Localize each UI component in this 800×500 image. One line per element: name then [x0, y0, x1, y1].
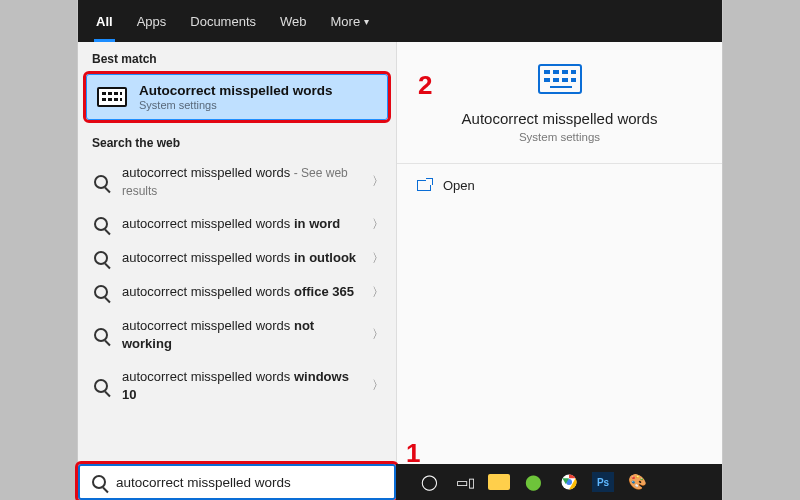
detail-subtitle: System settings	[519, 131, 600, 143]
best-match-subtitle: System settings	[139, 99, 333, 111]
chevron-right-icon: 〉	[372, 173, 384, 190]
chevron-right-icon: 〉	[372, 377, 384, 394]
tab-more[interactable]: More ▾	[331, 0, 370, 42]
search-box[interactable]	[78, 464, 396, 500]
tab-apps[interactable]: Apps	[137, 0, 167, 42]
search-icon	[92, 475, 106, 489]
bottom-row: ◯ ▭▯ ⬤ Ps 🎨	[78, 464, 722, 500]
search-icon	[94, 285, 108, 299]
taskbar: ◯ ▭▯ ⬤ Ps 🎨	[396, 464, 722, 500]
open-label: Open	[443, 178, 475, 193]
paint-icon[interactable]: 🎨	[624, 469, 650, 495]
tab-documents[interactable]: Documents	[190, 0, 256, 42]
chevron-right-icon: 〉	[372, 284, 384, 301]
web-result-text: autocorrect misspelled words not working	[122, 317, 360, 352]
section-best-match: Best match	[78, 42, 396, 72]
web-result-text: autocorrect misspelled words in word	[122, 215, 360, 233]
web-result-text: autocorrect misspelled words windows 10	[122, 368, 360, 403]
file-explorer-icon[interactable]	[488, 474, 510, 490]
app-icon-green[interactable]: ⬤	[520, 469, 546, 495]
web-result[interactable]: autocorrect misspelled words office 365〉	[78, 275, 396, 309]
detail-title: Autocorrect misspelled words	[462, 110, 658, 127]
search-panel: All Apps Documents Web More ▾ Best match…	[78, 0, 722, 500]
web-result[interactable]: autocorrect misspelled words in word〉	[78, 207, 396, 241]
best-match-title: Autocorrect misspelled words	[139, 83, 333, 98]
web-result-text: autocorrect misspelled words in outlook	[122, 249, 360, 267]
annotation-1: 1	[406, 438, 420, 469]
chevron-right-icon: 〉	[372, 250, 384, 267]
chevron-right-icon: 〉	[372, 326, 384, 343]
web-result[interactable]: autocorrect misspelled words not working…	[78, 309, 396, 360]
section-search-web: Search the web	[78, 126, 396, 156]
search-tabs: All Apps Documents Web More ▾	[78, 0, 722, 42]
web-result[interactable]: autocorrect misspelled words in outlook〉	[78, 241, 396, 275]
web-results-list: autocorrect misspelled words - See web r…	[78, 156, 396, 464]
web-result-text: autocorrect misspelled words - See web r…	[122, 164, 360, 199]
keyboard-icon	[538, 64, 582, 94]
tab-web[interactable]: Web	[280, 0, 307, 42]
task-view-icon[interactable]: ▭▯	[452, 469, 478, 495]
chevron-down-icon: ▾	[364, 16, 369, 27]
keyboard-icon	[97, 87, 127, 107]
chrome-icon[interactable]	[556, 469, 582, 495]
web-result-text: autocorrect misspelled words office 365	[122, 283, 360, 301]
tab-more-label: More	[331, 14, 361, 29]
search-icon	[94, 175, 108, 189]
best-match-result[interactable]: Autocorrect misspelled words System sett…	[86, 74, 388, 120]
web-result[interactable]: autocorrect misspelled words - See web r…	[78, 156, 396, 207]
open-icon	[417, 180, 431, 191]
open-action[interactable]: Open	[397, 164, 495, 207]
chevron-right-icon: 〉	[372, 216, 384, 233]
search-icon	[94, 328, 108, 342]
detail-pane: Autocorrect misspelled words System sett…	[396, 42, 722, 464]
search-icon	[94, 251, 108, 265]
annotation-2: 2	[418, 70, 432, 101]
search-input[interactable]	[116, 475, 384, 490]
results-column: Best match Autocorrect misspelled words …	[78, 42, 396, 464]
cortana-icon[interactable]: ◯	[416, 469, 442, 495]
tab-all[interactable]: All	[96, 0, 113, 42]
search-icon	[94, 379, 108, 393]
search-icon	[94, 217, 108, 231]
web-result[interactable]: autocorrect misspelled words windows 10〉	[78, 360, 396, 411]
photoshop-icon[interactable]: Ps	[592, 472, 614, 492]
